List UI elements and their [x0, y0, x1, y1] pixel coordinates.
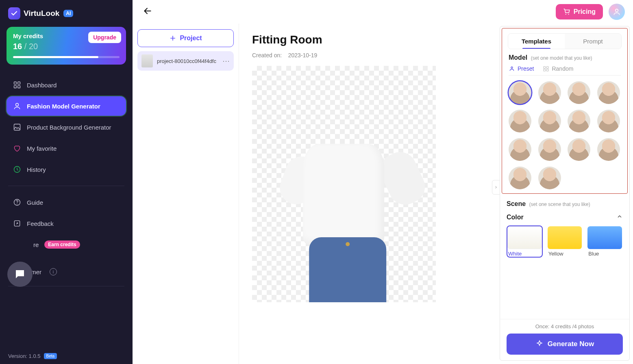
back-button[interactable] — [141, 4, 154, 20]
swatch-yellow-label: Yellow — [548, 251, 582, 257]
model-option-12[interactable] — [597, 138, 620, 161]
nav-dashboard-label: Dashboard — [27, 82, 57, 89]
svg-rect-0 — [14, 82, 17, 84]
swatch-yellow-box — [548, 226, 582, 249]
swatch-yellow[interactable]: Yellow — [547, 225, 583, 258]
nav-fashion-model-generator[interactable]: Fashion Model Generator — [7, 96, 126, 116]
generate-button[interactable]: Generate Now — [507, 334, 623, 355]
color-section-header[interactable]: Color — [507, 213, 623, 221]
nav: Dashboard Fashion Model Generator Produc… — [7, 75, 126, 281]
generate-label: Generate Now — [548, 340, 594, 348]
brand-name: VirtuLook — [24, 9, 59, 18]
canvas[interactable] — [252, 66, 436, 302]
nav-feedback-label: Feedback — [27, 220, 54, 227]
project-name: project-80010cc0f44f4dfc — [157, 58, 218, 64]
svg-rect-16 — [544, 69, 546, 71]
credits-current: 16 — [13, 42, 22, 51]
canvas-column: Fitting Room Created on: 2023-10-19 — [239, 24, 500, 364]
nav-share[interactable]: re Earn credits — [7, 235, 126, 254]
color-grid: White Yellow Blue — [507, 225, 623, 258]
project-more-button[interactable]: ⋯ — [222, 56, 230, 65]
model-option-4[interactable] — [597, 81, 620, 104]
svg-rect-17 — [547, 69, 549, 71]
credits-progress — [13, 56, 120, 58]
new-project-label: Project — [180, 35, 202, 42]
dashboard-icon — [13, 81, 21, 89]
svg-point-11 — [568, 13, 569, 14]
cost-hint: Once: 4 credits /4 photos — [507, 323, 623, 329]
svg-rect-14 — [544, 67, 546, 69]
model-option-10[interactable] — [538, 138, 561, 161]
model-option-14[interactable] — [538, 167, 561, 189]
nav-divider — [8, 186, 124, 186]
panel-toggle[interactable] — [492, 180, 500, 195]
user-avatar[interactable] — [609, 4, 625, 20]
svg-rect-3 — [18, 86, 20, 88]
plus-icon — [169, 35, 176, 42]
info-icon: i — [50, 268, 57, 275]
tab-prompt[interactable]: Prompt — [565, 34, 621, 49]
version-row: Version: 1.0.5 Beta — [7, 350, 126, 359]
nav-dashboard[interactable]: Dashboard — [7, 75, 126, 95]
nav-guide[interactable]: Guide — [7, 193, 126, 212]
model-option-2[interactable] — [538, 81, 561, 104]
beta-badge: Beta — [44, 353, 57, 359]
model-option-5[interactable] — [509, 110, 531, 132]
svg-rect-5 — [14, 124, 20, 130]
model-option-6[interactable] — [538, 110, 561, 132]
panel-footer: Once: 4 credits /4 photos Generate Now — [500, 319, 629, 360]
credits-sep: / — [22, 42, 29, 51]
content: Project project-80010cc0f44f4dfc ⋯ Fitti… — [133, 24, 633, 364]
pricing-button[interactable]: Pricing — [556, 4, 603, 20]
credits-max: 20 — [29, 42, 38, 51]
nav-guide-label: Guide — [27, 199, 43, 206]
svg-point-4 — [16, 103, 19, 106]
swatch-white[interactable]: White — [507, 225, 543, 258]
help-icon — [13, 198, 21, 206]
swatch-blue-box — [587, 226, 622, 249]
created-label: Created on: — [252, 52, 282, 58]
model-grid — [509, 81, 621, 189]
model-option-11[interactable] — [568, 138, 590, 161]
upgrade-button[interactable]: Upgrade — [88, 32, 121, 43]
subtab-random[interactable]: Random — [543, 65, 573, 72]
created-row: Created on: 2023-10-19 — [252, 52, 487, 58]
nav-fashion-label: Fashion Model Generator — [27, 103, 100, 110]
model-subtabs: Preset Random — [509, 65, 621, 76]
nav-my-favorite[interactable]: My favorite — [7, 139, 126, 158]
model-option-9[interactable] — [509, 138, 531, 161]
model-option-7[interactable] — [568, 110, 590, 132]
credits-card: My credits Upgrade 16 / 20 — [7, 27, 126, 65]
heart-icon — [13, 144, 21, 152]
model-option-3[interactable] — [568, 81, 590, 104]
model-option-1[interactable] — [509, 81, 531, 104]
nav-favorite-label: My favorite — [27, 145, 57, 152]
project-item[interactable]: project-80010cc0f44f4dfc ⋯ — [137, 51, 234, 71]
scene-hint: (set one scene that you like) — [529, 202, 590, 207]
nav-share-label: re — [33, 241, 39, 248]
model-option-8[interactable] — [597, 110, 620, 132]
cart-icon — [563, 8, 570, 15]
nav-feedback[interactable]: Feedback — [7, 214, 126, 233]
garment-preview — [287, 132, 417, 302]
svg-rect-2 — [14, 86, 17, 88]
model-option-13[interactable] — [509, 167, 531, 189]
chat-widget[interactable] — [7, 262, 33, 287]
tab-templates[interactable]: Templates — [508, 34, 565, 49]
svg-point-12 — [616, 9, 618, 12]
brand-logo[interactable]: VirtuLook AI — [7, 7, 126, 20]
nav-product-background-generator[interactable]: Product Background Generator — [7, 117, 126, 137]
nav-history[interactable]: History — [7, 160, 126, 179]
sidebar: VirtuLook AI My credits Upgrade 16 / 20 … — [0, 0, 133, 364]
random-icon — [543, 65, 549, 72]
topbar: Pricing — [133, 0, 633, 24]
subtab-preset[interactable]: Preset — [509, 65, 534, 72]
version-label: Version: 1.0.5 — [8, 353, 41, 359]
swatch-white-box — [507, 226, 542, 249]
model-title: Model — [509, 54, 527, 61]
swatch-blue[interactable]: Blue — [587, 225, 623, 258]
project-thumbnail — [141, 54, 153, 67]
new-project-button[interactable]: Project — [137, 29, 234, 47]
svg-point-13 — [511, 67, 513, 68]
panel-tabs: Templates Prompt — [508, 33, 622, 49]
